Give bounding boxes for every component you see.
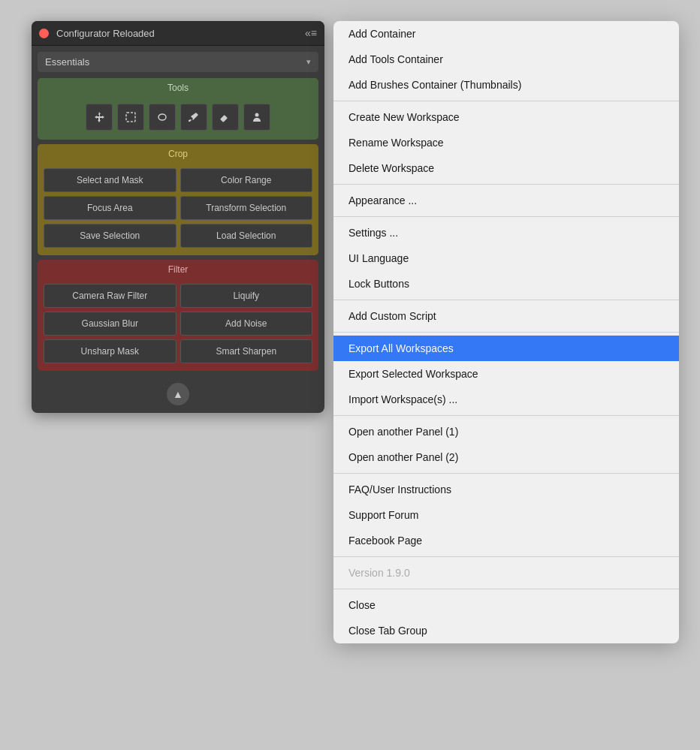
workspace-arrow-icon: ▾ <box>306 57 311 67</box>
menu-item-ui-language[interactable]: UI Language <box>333 245 679 271</box>
menu-item-delete-workspace[interactable]: Delete Workspace <box>333 155 679 181</box>
panel-title: Configurator Reloaded <box>56 28 299 39</box>
gaussian-blur-button[interactable]: Gaussian Blur <box>44 312 177 336</box>
configurator-panel: Configurator Reloaded « ≡ Essentials ▾ T… <box>32 21 324 413</box>
crop-button-grid: Select and Mask Color Range Focus Area T… <box>38 164 318 255</box>
svg-point-1 <box>158 114 166 120</box>
person-tool-icon[interactable] <box>243 104 270 131</box>
menu-item-add-tools-container[interactable]: Add Tools Container <box>333 47 679 72</box>
menu-item-open-another-panel-2-[interactable]: Open another Panel (2) <box>333 444 679 470</box>
menu-divider-22 <box>333 473 679 474</box>
menu-item-faq-user-instructions[interactable]: FAQ/User Instructions <box>333 477 679 502</box>
scroll-up-button[interactable]: ▲ <box>167 383 189 405</box>
move-tool-icon[interactable] <box>86 104 113 131</box>
menu-item-lock-buttons[interactable]: Lock Buttons <box>333 271 679 297</box>
camera-raw-filter-button[interactable]: Camera Raw Filter <box>44 284 177 308</box>
eraser-tool-icon[interactable] <box>212 104 239 131</box>
panel-collapse-button[interactable]: « <box>305 27 311 39</box>
save-selection-button[interactable]: Save Selection <box>44 224 177 248</box>
menu-divider-28 <box>333 589 679 589</box>
color-range-button[interactable]: Color Range <box>180 168 313 192</box>
menu-item-settings-[interactable]: Settings ... <box>333 220 679 245</box>
transform-selection-button[interactable]: Transform Selection <box>180 196 313 220</box>
menu-divider-3 <box>333 101 679 101</box>
select-and-mask-button[interactable]: Select and Mask <box>44 168 177 192</box>
context-menu: Add ContainerAdd Tools ContainerAdd Brus… <box>333 21 679 643</box>
select-tool-icon[interactable] <box>117 104 144 131</box>
smart-sharpen-button[interactable]: Smart Sharpen <box>180 339 313 363</box>
eyedropper-tool-icon[interactable] <box>180 104 207 131</box>
menu-item-facebook-page[interactable]: Facebook Page <box>333 528 679 553</box>
tools-section-header: Tools <box>38 78 318 98</box>
filter-button-grid: Camera Raw Filter Liquify Gaussian Blur … <box>38 279 318 371</box>
menu-divider-26 <box>333 556 679 557</box>
menu-item-close[interactable]: Close <box>333 592 679 618</box>
crop-section-header: Crop <box>38 144 318 164</box>
menu-divider-15 <box>333 332 679 333</box>
menu-item-support-forum[interactable]: Support Forum <box>333 502 679 528</box>
menu-item-version-1-9-0: Version 1.9.0 <box>333 560 679 586</box>
svg-point-3 <box>255 113 259 117</box>
svg-rect-2 <box>220 115 228 122</box>
workspace-dropdown[interactable]: Essentials ▾ <box>38 52 318 72</box>
menu-divider-19 <box>333 415 679 416</box>
menu-divider-9 <box>333 216 679 217</box>
unsharp-mask-button[interactable]: Unsharp Mask <box>44 339 177 363</box>
menu-item-add-container[interactable]: Add Container <box>333 21 679 47</box>
filter-section: Filter Camera Raw Filter Liquify Gaussia… <box>38 260 318 371</box>
add-noise-button[interactable]: Add Noise <box>180 312 313 336</box>
menu-item-export-selected-workspace[interactable]: Export Selected Workspace <box>333 361 679 387</box>
menu-divider-13 <box>333 300 679 300</box>
menu-item-export-all-workspaces[interactable]: Export All Workspaces <box>333 336 679 361</box>
menu-divider-7 <box>333 184 679 185</box>
menu-item-close-tab-group[interactable]: Close Tab Group <box>333 618 679 643</box>
panel-bottom: ▲ <box>32 375 324 413</box>
menu-item-create-new-workspace[interactable]: Create New Workspace <box>333 104 679 130</box>
svg-rect-0 <box>126 113 135 122</box>
liquify-button[interactable]: Liquify <box>180 284 313 308</box>
menu-item-add-brushes-container-thumbnails-[interactable]: Add Brushes Container (Thumbnails) <box>333 72 679 98</box>
workspace-label: Essentials <box>45 56 89 68</box>
load-selection-button[interactable]: Load Selection <box>180 224 313 248</box>
crop-section: Crop Select and Mask Color Range Focus A… <box>38 144 318 255</box>
lasso-tool-icon[interactable] <box>149 104 176 131</box>
menu-item-add-custom-script[interactable]: Add Custom Script <box>333 303 679 329</box>
menu-item-import-workspace-s-[interactable]: Import Workspace(s) ... <box>333 387 679 412</box>
panel-titlebar: Configurator Reloaded « ≡ <box>32 21 324 46</box>
tools-section: Tools <box>38 78 318 140</box>
up-arrow-icon: ▲ <box>173 388 183 400</box>
menu-item-appearance-[interactable]: Appearance ... <box>333 188 679 213</box>
menu-item-rename-workspace[interactable]: Rename Workspace <box>333 130 679 155</box>
focus-area-button[interactable]: Focus Area <box>44 196 177 220</box>
panel-close-button[interactable] <box>39 29 49 38</box>
tools-icons-row <box>38 98 318 140</box>
menu-item-open-another-panel-1-[interactable]: Open another Panel (1) <box>333 419 679 444</box>
filter-section-header: Filter <box>38 260 318 279</box>
panel-menu-button[interactable]: ≡ <box>311 27 317 39</box>
